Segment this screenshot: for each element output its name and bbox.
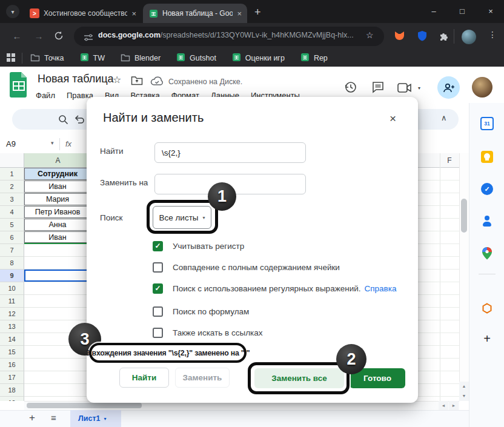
extension-shield-icon[interactable] [417,30,427,44]
bookmark-item[interactable]: TW [80,53,105,64]
menu-item[interactable]: Файл [34,90,57,101]
table-row[interactable] [24,371,91,384]
plus-icon[interactable]: + [480,332,494,345]
bookmark-item[interactable]: Оценки игр [232,53,285,64]
table-row[interactable]: Анна [24,219,91,231]
vertical-scrollbar-thumb[interactable] [461,199,467,233]
search-icon[interactable] [58,114,68,127]
scroll-down-icon[interactable]: ▼ [459,391,469,401]
row-header[interactable]: 8 [0,257,24,270]
find-button[interactable]: Найти [119,368,169,388]
browser-tab-active[interactable]: Новая таблица - Google Табли × [143,4,247,23]
video-call-caret-icon[interactable]: ▾ [418,85,420,91]
checkbox[interactable]: ✓ [153,241,163,251]
row-header[interactable]: 11 [0,295,24,308]
tab-search-icon[interactable]: ▾ [6,5,19,18]
horizontal-scrollbar-thumb[interactable] [27,403,142,408]
bookmark-item[interactable]: Blender [121,53,161,64]
table-row[interactable] [24,308,91,320]
row-header[interactable]: 7 [0,244,24,257]
table-row[interactable] [24,397,91,401]
video-call-icon[interactable] [397,83,413,95]
extension-fox-icon[interactable] [394,30,405,44]
row-header[interactable]: 9 [0,270,24,282]
row-header[interactable]: 14 [0,333,24,346]
tasks-icon[interactable]: ✓ [480,182,494,196]
sheets-logo-icon[interactable] [8,71,29,101]
table-row[interactable] [24,257,91,270]
bookmark-star-icon[interactable]: ☆ [366,30,374,40]
addon-icon[interactable] [480,302,494,315]
browser-menu-icon[interactable]: ⋮ [488,30,497,39]
window-maximize-button[interactable]: □ [456,7,469,16]
table-row[interactable]: Сотрудник [24,168,91,180]
row-header[interactable]: 10 [0,282,24,295]
column-header-f[interactable]: F [440,153,459,168]
calendar-icon[interactable]: 31 [480,117,494,130]
collapse-toolbar-icon[interactable]: ∧ [441,113,447,122]
document-title[interactable]: Новая таблица [38,73,114,85]
scroll-right-icon[interactable]: ► [449,401,459,410]
all-sheets-icon[interactable]: ≡ [51,412,56,423]
table-row[interactable]: Иван [24,231,91,244]
row-header[interactable]: 19 [0,397,24,401]
row-header[interactable]: 6 [0,231,24,244]
row-header[interactable]: 13 [0,320,24,333]
extensions-puzzle-icon[interactable] [438,31,449,44]
window-minimize-button[interactable]: – [427,7,440,16]
bookmark-item[interactable]: Rep [300,53,328,64]
checkbox[interactable] [153,306,163,317]
row-header[interactable]: 15 [0,346,24,359]
name-box-caret-icon[interactable]: ▾ [51,140,54,146]
table-row[interactable] [24,384,91,397]
vertical-scrollbar[interactable] [459,153,469,382]
table-row[interactable] [24,359,91,371]
table-row[interactable] [24,270,91,282]
dialog-close-icon[interactable]: × [390,112,396,125]
scroll-left-icon[interactable]: ◄ [439,401,448,410]
row-header[interactable]: 1 [0,168,24,180]
table-row[interactable] [24,295,91,308]
find-input[interactable] [154,142,306,163]
reload-icon[interactable] [53,30,64,44]
browser-profile-avatar[interactable] [462,30,476,44]
row-header[interactable]: 17 [0,371,24,384]
add-sheet-icon[interactable]: + [29,412,35,424]
new-tab-button[interactable]: + [254,6,261,19]
table-row[interactable] [24,244,91,257]
table-row[interactable]: Мария [24,193,91,206]
checkbox[interactable] [153,262,163,273]
row-header[interactable]: 4 [0,206,24,219]
history-icon[interactable] [344,81,357,96]
row-header[interactable]: 12 [0,308,24,320]
move-folder-icon[interactable] [131,76,143,88]
scroll-up-icon[interactable]: ▲ [459,382,469,391]
keep-icon[interactable] [480,150,494,164]
table-row[interactable]: Петр Иванов [24,206,91,219]
column-header-a[interactable]: A [24,153,91,168]
site-info-icon[interactable] [84,33,93,44]
star-document-icon[interactable]: ☆ [113,74,121,85]
checkbox[interactable] [153,328,163,338]
tab-close-icon[interactable]: × [131,9,136,18]
name-box[interactable]: A9 [6,139,16,148]
undo-icon[interactable] [74,114,85,127]
apps-grid-icon[interactable] [7,53,10,57]
browser-tab-inactive[interactable]: > Хостинговое сообщество «Tim × [24,4,142,23]
row-header[interactable]: 3 [0,193,24,206]
comments-icon[interactable] [371,81,385,96]
window-close-button[interactable]: × [484,7,497,16]
table-row[interactable] [24,282,91,295]
contacts-icon[interactable] [480,214,494,228]
sheet-tab-list1[interactable]: Лист1 ▾ [70,410,121,427]
grid-corner[interactable] [0,153,24,168]
help-link[interactable]: Справка [364,284,396,293]
checkbox[interactable]: ✓ [153,283,163,294]
share-button[interactable] [437,76,460,99]
bookmark-item[interactable]: Gutshot [176,53,216,64]
back-icon[interactable]: ← [11,30,23,42]
table-row[interactable]: Иван [24,180,91,193]
bookmark-item[interactable]: Точка [30,53,64,64]
row-header[interactable]: 18 [0,384,24,397]
cloud-saved-icon[interactable] [150,76,164,88]
